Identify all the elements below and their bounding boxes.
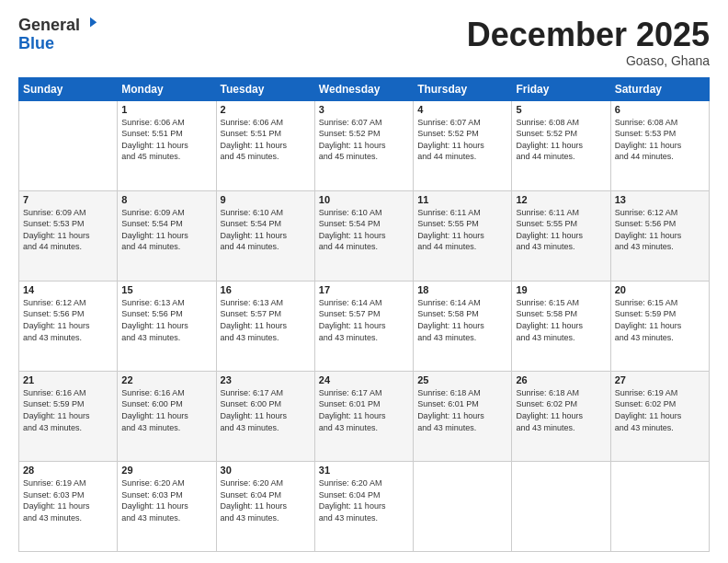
day-info: and 43 minutes. [121,332,211,344]
day-number: 26 [516,374,606,385]
day-info: Daylight: 11 hours [221,320,311,332]
table-row [414,461,512,551]
day-info: Sunrise: 6:12 AM [615,207,705,219]
day-info: Daylight: 11 hours [23,410,113,422]
day-info: Sunset: 5:59 PM [615,308,705,320]
day-info: and 43 minutes. [615,332,705,344]
day-info: Sunset: 6:00 PM [221,398,311,410]
day-info: Sunset: 5:58 PM [516,308,606,320]
calendar-header-row: Sunday Monday Tuesday Wednesday Thursday… [19,77,710,100]
day-number: 20 [615,284,705,295]
table-row: 27Sunrise: 6:19 AMSunset: 6:02 PMDayligh… [610,371,709,461]
day-info: Sunrise: 6:08 AM [615,117,705,129]
day-info: and 44 minutes. [516,151,606,163]
table-row: 24Sunrise: 6:17 AMSunset: 6:01 PMDayligh… [314,371,413,461]
day-info: and 45 minutes. [121,151,211,163]
col-thursday: Thursday [414,77,512,100]
day-info: and 43 minutes. [319,422,409,434]
table-row: 30Sunrise: 6:20 AMSunset: 6:04 PMDayligh… [216,461,314,551]
day-number: 13 [615,194,705,205]
day-info: Sunrise: 6:10 AM [319,207,409,219]
day-number: 8 [121,194,211,205]
title-block: December 2025 Goaso, Ghana [467,17,710,68]
table-row: 21Sunrise: 6:16 AMSunset: 5:59 PMDayligh… [19,371,118,461]
day-info: Sunset: 6:01 PM [417,398,507,410]
col-monday: Monday [118,77,216,100]
table-row: 23Sunrise: 6:17 AMSunset: 6:00 PMDayligh… [216,371,314,461]
day-info: Daylight: 11 hours [516,230,606,242]
day-info: Sunset: 5:56 PM [121,308,211,320]
day-info: Sunrise: 6:14 AM [319,297,409,309]
day-info: Sunset: 5:57 PM [319,308,409,320]
day-number: 17 [319,284,409,295]
day-info: Sunset: 5:57 PM [221,308,311,320]
location: Goaso, Ghana [467,53,710,68]
day-number: 15 [121,284,211,295]
day-info: Sunset: 5:55 PM [516,218,606,230]
table-row: 16Sunrise: 6:13 AMSunset: 5:57 PMDayligh… [216,281,314,371]
month-title: December 2025 [467,17,710,53]
day-info: Sunrise: 6:12 AM [23,297,113,309]
day-number: 2 [221,104,311,115]
table-row: 25Sunrise: 6:18 AMSunset: 6:01 PMDayligh… [414,371,512,461]
logo-blue: Blue [18,35,98,53]
day-info: Sunrise: 6:11 AM [516,207,606,219]
day-info: Daylight: 11 hours [221,230,311,242]
day-info: Sunset: 5:54 PM [121,218,211,230]
day-info: Sunrise: 6:17 AM [221,387,311,399]
day-info: Sunrise: 6:15 AM [516,297,606,309]
day-info: and 43 minutes. [121,422,211,434]
day-info: Sunrise: 6:07 AM [417,117,507,129]
day-info: Sunset: 5:51 PM [121,128,211,140]
day-info: Sunrise: 6:11 AM [417,207,507,219]
day-number: 27 [615,374,705,385]
day-number: 12 [516,194,606,205]
calendar-table: Sunday Monday Tuesday Wednesday Thursday… [18,77,710,552]
day-info: Daylight: 11 hours [615,410,705,422]
day-info: Daylight: 11 hours [221,140,311,152]
day-info: and 43 minutes. [221,512,311,524]
calendar-week-row: 1Sunrise: 6:06 AMSunset: 5:51 PMDaylight… [19,100,710,190]
calendar-week-row: 7Sunrise: 6:09 AMSunset: 5:53 PMDaylight… [19,190,710,281]
day-info: Daylight: 11 hours [319,230,409,242]
day-info: and 43 minutes. [516,241,606,253]
logo-flag-icon [82,16,98,32]
day-info: and 43 minutes. [23,512,113,524]
day-info: Sunrise: 6:10 AM [221,207,311,219]
table-row: 17Sunrise: 6:14 AMSunset: 5:57 PMDayligh… [314,281,413,371]
table-row: 1Sunrise: 6:06 AMSunset: 5:51 PMDaylight… [118,100,216,190]
day-info: and 43 minutes. [23,332,113,344]
day-info: Daylight: 11 hours [121,140,211,152]
day-info: Sunset: 5:52 PM [516,128,606,140]
day-info: Sunset: 5:54 PM [221,218,311,230]
day-info: Daylight: 11 hours [417,140,507,152]
day-info: Sunrise: 6:07 AM [319,117,409,129]
table-row: 10Sunrise: 6:10 AMSunset: 5:54 PMDayligh… [314,190,413,281]
day-info: Sunset: 6:02 PM [516,398,606,410]
day-info: and 44 minutes. [121,241,211,253]
day-info: Sunrise: 6:20 AM [319,477,409,489]
table-row [610,461,709,551]
day-number: 24 [319,374,409,385]
table-row: 15Sunrise: 6:13 AMSunset: 5:56 PMDayligh… [118,281,216,371]
table-row: 12Sunrise: 6:11 AMSunset: 5:55 PMDayligh… [512,190,610,281]
header: General Blue December 2025 Goaso, Ghana [18,17,710,68]
day-info: Sunset: 6:01 PM [319,398,409,410]
day-number: 31 [319,465,409,476]
day-info: Sunrise: 6:13 AM [121,297,211,309]
day-info: and 44 minutes. [319,241,409,253]
day-info: Sunrise: 6:20 AM [221,477,311,489]
day-info: and 44 minutes. [615,151,705,163]
day-info: and 43 minutes. [221,422,311,434]
day-info: Sunset: 6:04 PM [221,489,311,501]
day-number: 25 [417,374,507,385]
table-row: 4Sunrise: 6:07 AMSunset: 5:52 PMDaylight… [414,100,512,190]
day-info: Sunrise: 6:19 AM [23,477,113,489]
day-info: and 43 minutes. [615,241,705,253]
day-number: 16 [221,284,311,295]
page: General Blue December 2025 Goaso, Ghana … [0,0,728,563]
day-number: 29 [121,465,211,476]
day-info: Sunset: 5:54 PM [319,218,409,230]
day-info: Sunset: 5:51 PM [221,128,311,140]
day-number: 18 [417,284,507,295]
